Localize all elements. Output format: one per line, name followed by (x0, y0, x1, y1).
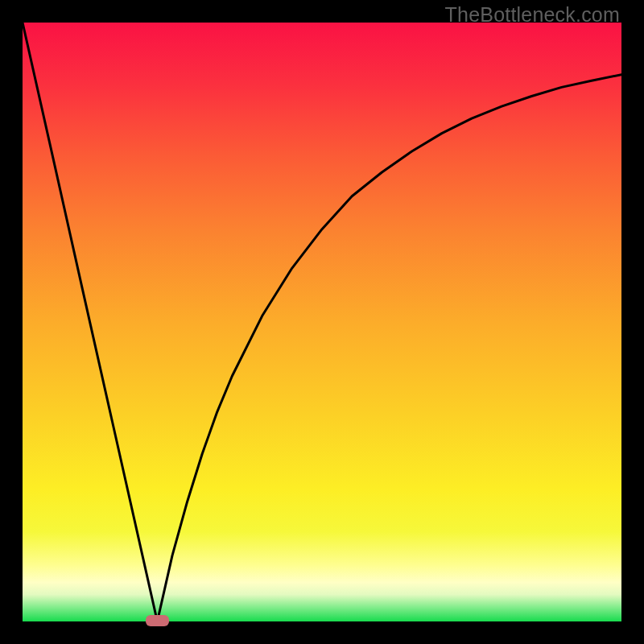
optimum-marker (146, 615, 170, 625)
watermark-text: TheBottleneck.com (445, 3, 620, 27)
bottleneck-curve (23, 23, 621, 621)
chart-frame: TheBottleneck.com (0, 0, 644, 644)
plot-area (23, 23, 621, 621)
